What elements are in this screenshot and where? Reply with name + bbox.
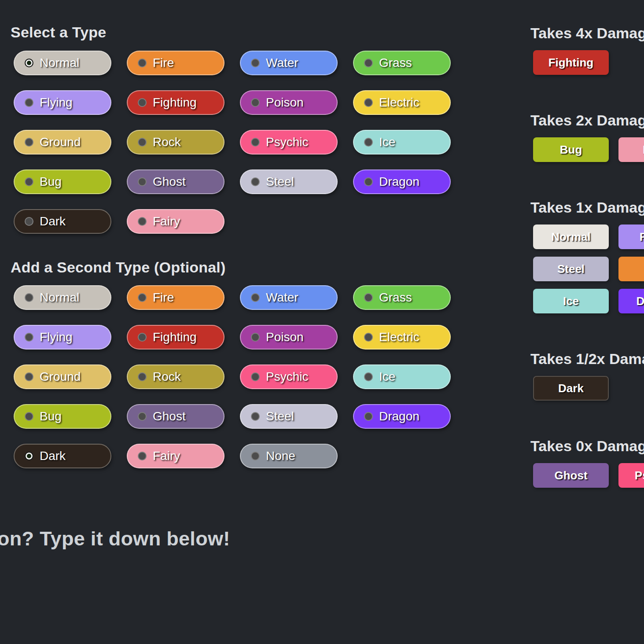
radio-unchecked-icon xyxy=(25,138,33,147)
second-type-option-label: Fighting xyxy=(153,330,197,344)
radio-unchecked-icon xyxy=(364,98,373,107)
second-type-grid: NormalFireWaterGrassFlyingFightingPoison… xyxy=(14,285,477,468)
damage-badge-label: Ice xyxy=(563,294,579,308)
first-type-option-ice[interactable]: Ice xyxy=(353,130,451,155)
second-type-option-dark[interactable]: Dark xyxy=(14,444,111,468)
damage-badge-fire: Fire xyxy=(618,257,644,281)
first-type-option-bug[interactable]: Bug xyxy=(14,169,111,194)
first-type-option-ground[interactable]: Ground xyxy=(14,130,111,155)
first-type-option-water[interactable]: Water xyxy=(240,51,338,75)
radio-unchecked-icon xyxy=(364,59,373,67)
radio-unchecked-icon xyxy=(364,372,373,381)
first-type-option-grass[interactable]: Grass xyxy=(353,51,451,75)
second-type-option-normal[interactable]: Normal xyxy=(14,285,111,310)
second-type-option-rock[interactable]: Rock xyxy=(127,364,224,389)
damage-badge-normal: Normal xyxy=(533,224,609,249)
first-type-option-psychic[interactable]: Psychic xyxy=(240,130,338,155)
second-type-option-psychic[interactable]: Psychic xyxy=(240,364,338,389)
second-type-option-grass[interactable]: Grass xyxy=(353,285,451,310)
second-type-option-label: Ground xyxy=(40,370,81,384)
first-type-option-ghost[interactable]: Ghost xyxy=(127,169,224,194)
radio-unchecked-icon xyxy=(364,293,373,302)
radio-checked-icon xyxy=(25,452,33,460)
second-type-option-dragon[interactable]: Dragon xyxy=(353,404,451,429)
damage-badge-row: NormalFlying xyxy=(533,224,644,249)
second-type-option-fairy[interactable]: Fairy xyxy=(127,444,224,468)
second-type-option-label: Flying xyxy=(40,330,73,344)
second-type-option-bug[interactable]: Bug xyxy=(14,404,111,429)
first-type-option-electric[interactable]: Electric xyxy=(353,90,451,115)
damage-badge-steel: Steel xyxy=(533,257,609,281)
second-type-title: Add a Second Type (Optional) xyxy=(11,258,477,276)
damage-section-2: Takes 1x DamageNormalFlyingSteelFireIceD… xyxy=(530,198,644,313)
damage-badge-rows: BugFairy xyxy=(533,137,644,162)
damage-badge-row: Dark xyxy=(533,376,644,401)
damage-badge-rows: Dark xyxy=(533,376,644,401)
second-type-option-ground[interactable]: Ground xyxy=(14,364,111,389)
radio-checked-icon xyxy=(25,59,33,67)
damage-badge-bug: Bug xyxy=(533,137,609,162)
second-type-option-label: Psychic xyxy=(266,370,308,384)
second-type-option-electric[interactable]: Electric xyxy=(353,325,451,350)
radio-unchecked-icon xyxy=(251,138,260,147)
second-type-option-label: Rock xyxy=(153,370,181,384)
second-type-option-label: Fairy xyxy=(153,449,180,463)
damage-badge-row: BugFairy xyxy=(533,137,644,162)
damage-section-1: Takes 2x DamageBugFairy xyxy=(530,111,644,162)
damage-badge-dark: Dark xyxy=(533,376,609,401)
second-type-option-label: Ghost xyxy=(153,409,186,423)
radio-unchecked-icon xyxy=(138,217,147,226)
damage-section-title: Takes 0x Damage xyxy=(530,437,644,455)
damage-badge-dragon: Dragon xyxy=(618,289,644,313)
second-type-option-steel[interactable]: Steel xyxy=(240,404,338,429)
damage-badge-label: Bug xyxy=(560,143,582,157)
radio-unchecked-icon xyxy=(138,412,147,421)
radio-unchecked-icon xyxy=(251,293,260,302)
radio-unchecked-icon xyxy=(138,177,147,186)
second-type-option-poison[interactable]: Poison xyxy=(240,325,338,350)
second-type-option-ice[interactable]: Ice xyxy=(353,364,451,389)
radio-unchecked-icon xyxy=(138,452,147,460)
second-type-option-none[interactable]: None xyxy=(240,444,338,468)
second-type-option-fighting[interactable]: Fighting xyxy=(127,325,224,350)
radio-unchecked-icon xyxy=(251,333,260,342)
second-type-option-flying[interactable]: Flying xyxy=(14,325,111,350)
first-type-option-flying[interactable]: Flying xyxy=(14,90,111,115)
first-type-option-poison[interactable]: Poison xyxy=(240,90,338,115)
damage-badge-flying: Flying xyxy=(618,224,644,249)
second-type-option-label: Grass xyxy=(379,291,412,305)
damage-badge-label: Psychic xyxy=(635,469,644,482)
damage-section-3: Takes 1/2x DamageDark xyxy=(530,350,644,401)
damage-badge-rows: GhostPsychic xyxy=(533,463,644,488)
damage-section-title: Takes 2x Damage xyxy=(530,111,644,129)
second-type-option-label: Bug xyxy=(40,409,62,423)
first-type-option-label: Ghost xyxy=(153,175,186,189)
damage-panel: Takes 4x DamageFightingTakes 2x DamageBu… xyxy=(530,0,644,488)
radio-unchecked-icon xyxy=(251,452,260,460)
first-type-option-dark[interactable]: Dark xyxy=(14,209,111,234)
radio-unchecked-icon xyxy=(138,372,147,381)
damage-badge-rows: Fighting xyxy=(533,50,644,75)
damage-badge-row: IceDragon xyxy=(533,289,644,313)
second-type-option-label: Steel xyxy=(266,409,294,423)
damage-badge-label: Ghost xyxy=(554,469,587,482)
radio-unchecked-icon xyxy=(25,217,33,226)
type-selection-panel: Select a Type NormalFireWaterGrassFlying… xyxy=(11,0,477,468)
radio-unchecked-icon xyxy=(25,177,33,186)
first-type-option-fighting[interactable]: Fighting xyxy=(127,90,224,115)
damage-badge-fairy: Fairy xyxy=(618,137,644,162)
radio-unchecked-icon xyxy=(251,412,260,421)
first-type-option-fire[interactable]: Fire xyxy=(127,51,224,75)
radio-unchecked-icon xyxy=(364,177,373,186)
first-type-option-normal[interactable]: Normal xyxy=(14,51,111,75)
first-type-option-rock[interactable]: Rock xyxy=(127,130,224,155)
second-type-option-water[interactable]: Water xyxy=(240,285,338,310)
second-type-option-label: Fire xyxy=(153,291,174,305)
first-type-option-fairy[interactable]: Fairy xyxy=(127,209,224,234)
first-type-option-steel[interactable]: Steel xyxy=(240,169,338,194)
first-type-option-label: Fighting xyxy=(153,96,197,110)
second-type-option-ghost[interactable]: Ghost xyxy=(127,404,224,429)
radio-unchecked-icon xyxy=(251,177,260,186)
first-type-option-dragon[interactable]: Dragon xyxy=(353,169,451,194)
second-type-option-fire[interactable]: Fire xyxy=(127,285,224,310)
